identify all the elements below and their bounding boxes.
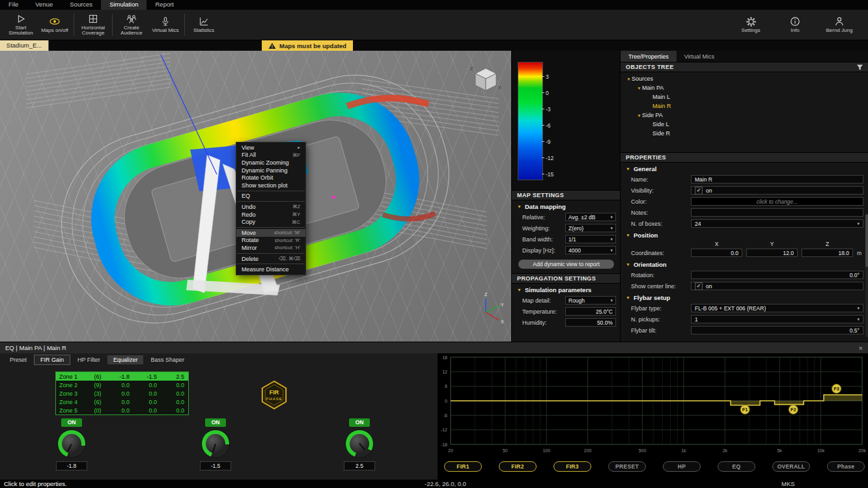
- flybar-section[interactable]: ▼ Flybar setup: [621, 291, 868, 303]
- weightingdropdown[interactable]: Z(ero)▾: [565, 224, 616, 232]
- zone-row-5[interactable]: Zone 5(0)0.00.00.0: [56, 406, 188, 414]
- context-menu-item-measure-distance[interactable]: Measure Distance: [236, 265, 305, 273]
- display-hzdropdown[interactable]: 4000▾: [565, 246, 616, 254]
- button-fir2[interactable]: FIR2: [499, 461, 537, 472]
- tree-item-sources[interactable]: ▼Sources: [621, 74, 868, 83]
- position-section[interactable]: ▼ Position: [621, 229, 868, 240]
- visibility-field[interactable]: ✓ on: [691, 186, 863, 195]
- eq-tab-equalizer[interactable]: Equalizer: [107, 355, 144, 364]
- context-menu-item-mirror[interactable]: Mirrorshortcut: 'H': [236, 244, 305, 252]
- coordinate-y-field[interactable]: 12.0: [746, 249, 798, 257]
- zone-row-2[interactable]: Zone 2(9)0.00.00.0: [56, 381, 188, 389]
- gain-value-field[interactable]: -1.8: [56, 461, 87, 470]
- gain-value-field[interactable]: 2.5: [344, 461, 375, 470]
- tab-tree-properties[interactable]: Tree/Properties: [621, 51, 677, 62]
- button-hp[interactable]: HP: [663, 461, 701, 472]
- humidityinput[interactable]: 50.0%: [565, 318, 616, 327]
- button-preset[interactable]: PRESET: [608, 461, 646, 472]
- gain-value-field[interactable]: -1.5: [200, 461, 231, 470]
- toolbar-horizontal-coverage[interactable]: Horizontal Coverage: [76, 12, 110, 38]
- toolbar-create-audience[interactable]: Create Audience: [115, 12, 148, 38]
- coordinate-z-field[interactable]: 18.0: [802, 249, 853, 257]
- button-phase[interactable]: Phase: [827, 461, 865, 472]
- viewport-3d[interactable]: Z X Z Y X View▸Fit All⌘FDynamic ZoomingD…: [0, 51, 511, 342]
- eq-tab-preset[interactable]: Preset: [4, 355, 33, 364]
- button-eq[interactable]: EQ: [718, 461, 755, 472]
- flybar-type-dropdown[interactable]: FL-B 005 + EXT 006 (REAR) ▾: [691, 304, 863, 312]
- context-menu-item-eq[interactable]: EQ: [236, 193, 305, 200]
- zone-gain-table[interactable]: Zone 1(6)-1.8-1.52.5Zone 2(9)0.00.00.0Zo…: [55, 372, 189, 415]
- tree-item-main-pa[interactable]: ▼Main PA: [621, 83, 868, 92]
- context-menu-item-show-section-plot[interactable]: Show section plot: [236, 182, 305, 189]
- eq-marker-f3[interactable]: F3: [832, 384, 841, 393]
- context-menu-item-redo[interactable]: Redo⌘Y: [236, 211, 305, 219]
- gain-knob[interactable]: [57, 429, 86, 458]
- n-of-boxes-dropdown[interactable]: 24 ▾: [691, 219, 863, 228]
- tab-virtual-mics[interactable]: Virtual Mics: [677, 51, 722, 62]
- band-widthdropdown[interactable]: 1/1▾: [565, 235, 616, 243]
- centerline-checkbox[interactable]: ✓: [695, 282, 703, 290]
- simulation-parameters-section[interactable]: ▼ Simulation parameters: [512, 284, 621, 295]
- context-menu-item-rotate-orbit[interactable]: Rotate Orbit: [236, 174, 305, 182]
- virtual-mic-marker[interactable]: [332, 196, 335, 199]
- gain-knob[interactable]: [345, 429, 374, 458]
- toolbar-settings[interactable]: Settings: [734, 15, 768, 35]
- toolbar-bernd-jung[interactable]: Bernd Jung: [822, 15, 856, 35]
- name-field[interactable]: Main R: [691, 175, 863, 183]
- channel-on-button[interactable]: ON: [349, 418, 370, 427]
- eq-tab-fir-gain[interactable]: FIR Gain: [34, 355, 70, 365]
- channel-on-button[interactable]: ON: [205, 418, 226, 427]
- centerline-field[interactable]: ✓ on: [691, 282, 863, 290]
- nav-cube[interactable]: Z X: [466, 57, 505, 96]
- menu-simulation[interactable]: Simulation: [101, 0, 147, 10]
- tree-expand-icon[interactable]: ▼: [636, 86, 642, 90]
- properties-scrollbar[interactable]: [865, 213, 868, 337]
- toolbar-statistics[interactable]: Statistics: [187, 15, 221, 35]
- context-menu-item-view[interactable]: View▸: [236, 144, 305, 152]
- context-menu-item-undo[interactable]: Undo⌘Z: [236, 203, 305, 211]
- menu-report[interactable]: Report: [147, 0, 182, 10]
- tree-expand-icon[interactable]: ▼: [636, 113, 642, 118]
- map-detaildropdown[interactable]: Rough▾: [565, 296, 616, 305]
- add-dynamic-view-button[interactable]: Add dynamic view to report: [518, 260, 614, 269]
- menu-venue[interactable]: Venue: [27, 0, 61, 10]
- eq-marker-f2[interactable]: F2: [789, 405, 798, 414]
- filter-icon[interactable]: [856, 64, 863, 71]
- eq-tab-bass-shaper[interactable]: Bass Shaper: [145, 355, 190, 364]
- toolbar-maps-on-off[interactable]: Maps on/off: [38, 15, 72, 35]
- tree-item-main-l[interactable]: Main L: [621, 92, 868, 102]
- tree-item-side-pa[interactable]: ▼Side PA: [621, 111, 868, 120]
- gain-knob[interactable]: [201, 429, 230, 458]
- zone-row-1[interactable]: Zone 1(6)-1.8-1.52.5: [56, 372, 188, 381]
- notes-field[interactable]: [691, 208, 863, 217]
- toolbar-info[interactable]: Info: [778, 15, 812, 35]
- document-tab[interactable]: Stadium_E...: [0, 40, 49, 51]
- relativedropdown[interactable]: Avg. ±2 dB▾: [565, 213, 616, 221]
- eq-marker-f1[interactable]: F1: [740, 405, 749, 414]
- context-menu-item-copy[interactable]: Copy⌘C: [236, 218, 305, 226]
- context-menu-item-dynamic-panning[interactable]: Dynamic Panning: [236, 167, 305, 174]
- button-fir3[interactable]: FIR3: [553, 461, 591, 472]
- zone-row-4[interactable]: Zone 4(6)0.00.00.0: [56, 398, 188, 406]
- button-overall[interactable]: OVERALL: [772, 461, 810, 472]
- tree-item-main-r[interactable]: Main R: [621, 102, 868, 111]
- menu-file[interactable]: File: [0, 0, 27, 10]
- color-field[interactable]: click to change...: [691, 197, 863, 206]
- tree-expand-icon[interactable]: ▼: [626, 77, 632, 81]
- visibility-checkbox[interactable]: ✓: [695, 187, 703, 195]
- button-fir1[interactable]: FIR1: [444, 461, 482, 472]
- pickups-dropdown[interactable]: 1 ▾: [691, 315, 863, 323]
- temperatureinput[interactable]: 25.0°C: [565, 307, 616, 316]
- close-icon[interactable]: ×: [859, 344, 863, 352]
- toolbar-virtual-mics[interactable]: Virtual Mics: [148, 15, 182, 35]
- rotation-field[interactable]: 0.0°: [691, 271, 863, 279]
- context-menu-item-rotate[interactable]: Rotateshortcut: 'R': [236, 237, 305, 245]
- data-mapping-section[interactable]: ▼ Data mapping: [512, 200, 621, 211]
- tree-item-side-r[interactable]: Side R: [621, 129, 868, 138]
- context-menu-item-move[interactable]: Moveshortcut: 'M': [236, 229, 305, 237]
- eq-panel-titlebar[interactable]: EQ | Main PA | Main R ×: [0, 342, 868, 354]
- channel-on-button[interactable]: ON: [61, 418, 82, 427]
- context-menu-item-delete[interactable]: Delete⌫, ⌘⌫: [236, 255, 305, 263]
- orientation-section[interactable]: ▼ Orientation: [621, 258, 868, 269]
- eq-tab-hp-filter[interactable]: HP Filter: [72, 355, 106, 364]
